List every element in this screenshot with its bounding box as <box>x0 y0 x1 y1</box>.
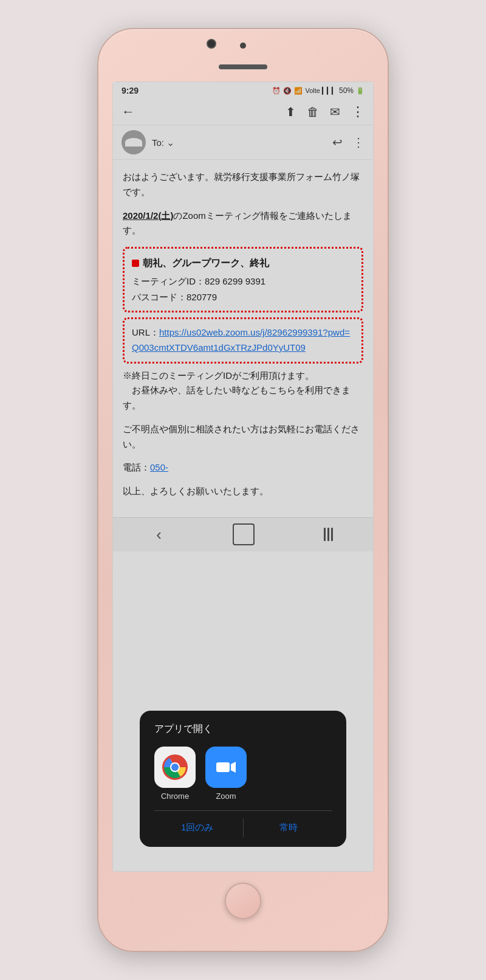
home-button[interactable] <box>225 883 261 919</box>
phone-bottom <box>225 878 261 919</box>
zoom-icon-wrap <box>205 747 247 788</box>
dialog-apps: Chrome Zoom <box>154 747 332 801</box>
phone-screen: 9:29 ⏰ 🔇 📶 Volte ▎▎▎ 50% 🔋 ← ⬆ 🗑 ✉ ⋮ <box>112 81 374 872</box>
svg-rect-5 <box>216 762 230 772</box>
dialog-divider <box>243 818 244 837</box>
app-open-dialog: アプリで開く <box>140 711 346 847</box>
phone-top <box>98 29 388 69</box>
once-button[interactable]: 1回のみ <box>154 818 241 837</box>
chrome-icon <box>162 754 188 781</box>
zoom-label: Zoom <box>216 792 236 801</box>
phone-frame: 9:29 ⏰ 🔇 📶 Volte ▎▎▎ 50% 🔋 ← ⬆ 🗑 ✉ ⋮ <box>97 28 389 952</box>
dialog-actions: 1回のみ 常時 <box>154 810 332 837</box>
chrome-label: Chrome <box>161 792 189 801</box>
phone-dot <box>240 43 246 49</box>
zoom-option[interactable]: Zoom <box>205 747 247 801</box>
phone-camera <box>207 39 216 49</box>
phone-speaker <box>219 64 267 69</box>
svg-point-3 <box>171 764 179 771</box>
chrome-option[interactable]: Chrome <box>154 747 196 801</box>
app-open-dialog-overlay: アプリで開く <box>113 82 373 871</box>
always-button[interactable]: 常時 <box>246 818 332 837</box>
zoom-icon <box>213 754 239 781</box>
dialog-title: アプリで開く <box>154 723 332 736</box>
chrome-icon-wrap <box>154 747 196 788</box>
